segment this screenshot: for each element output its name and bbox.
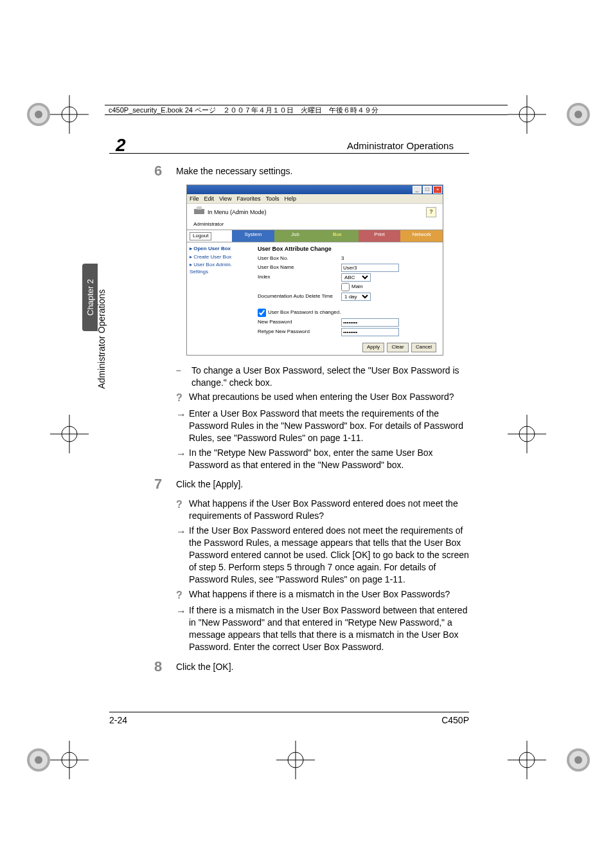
divider (109, 153, 469, 154)
menu-file[interactable]: File (190, 195, 199, 203)
question-icon (176, 391, 189, 405)
step-6-text: Make the necessary settings. (176, 164, 469, 178)
crop-mark-icon (508, 741, 546, 779)
model-label: C450P (441, 715, 469, 725)
answer-retype-password: In the "Retype New Password" box, enter … (189, 447, 469, 471)
crop-mark-icon (50, 415, 89, 453)
cancel-button[interactable]: Cancel (411, 343, 436, 352)
tab-job[interactable]: Job (274, 230, 317, 242)
select-index[interactable]: ABC (341, 273, 371, 282)
window-titlebar: _ □ × (187, 185, 443, 194)
label-user-box-no: User Box No. (258, 255, 341, 262)
page-header-bar: c450P_security_E.book 24 ページ ２００７年４月１０日 … (105, 105, 508, 115)
side-running-text: Administrator Operations (96, 289, 107, 389)
window-maximize-button[interactable]: □ (423, 186, 432, 194)
label-password-change: User Box Password is changed. (268, 309, 341, 316)
question-icon (176, 498, 189, 522)
menu-edit[interactable]: Edit (204, 195, 215, 203)
page-number: 2-24 (109, 715, 127, 725)
registration-circle (559, 741, 598, 779)
admin-label: Administrator (187, 220, 443, 230)
logout-button[interactable]: Logout (190, 232, 211, 240)
help-icon[interactable]: ? (426, 207, 436, 217)
label-auto-delete-time: Documentation Auto Delete Time (258, 293, 341, 300)
bullet-dash: – (176, 365, 191, 389)
step-number-6: 6 (154, 164, 176, 178)
step-number-8: 8 (154, 660, 176, 674)
printer-icon (193, 206, 205, 217)
browser-menubar: File Edit View Favorites Tools Help (187, 194, 443, 204)
label-index: Index (258, 274, 341, 281)
arrow-icon (176, 447, 189, 471)
panel-heading: User Box Attribute Change (258, 245, 436, 253)
tab-print[interactable]: Print (359, 230, 401, 242)
answer-new-password-rules: Enter a User Box Password that meets the… (189, 408, 469, 444)
clear-button[interactable]: Clear (387, 343, 408, 352)
label-new-password: New Password (258, 319, 341, 326)
window-minimize-button[interactable]: _ (413, 186, 422, 194)
tab-network[interactable]: Network (400, 230, 443, 242)
menu-help[interactable]: Help (284, 195, 296, 203)
crop-mark-icon (508, 415, 546, 453)
svg-point-8 (35, 756, 42, 764)
arrow-icon (176, 604, 189, 653)
screenshot-window: _ □ × File Edit View Favorites Tools Hel… (186, 185, 443, 356)
sidebar-item-open-user-box[interactable]: Open User Box (190, 245, 249, 253)
crop-mark-icon (50, 95, 89, 134)
step-8-text: Click the [OK]. (176, 660, 469, 674)
question-icon (176, 588, 189, 602)
menu-favorites[interactable]: Favorites (236, 195, 260, 203)
window-close-button[interactable]: × (433, 186, 442, 194)
menu-tools[interactable]: Tools (265, 195, 279, 203)
svg-rect-34 (197, 206, 202, 210)
crop-mark-icon (50, 741, 89, 779)
running-head: Administrator Operations (347, 140, 454, 151)
apply-button[interactable]: Apply (362, 343, 384, 352)
svg-point-11 (574, 756, 582, 764)
crop-mark-icon (508, 95, 546, 134)
sidebar-item-user-box-admin-settings[interactable]: User Box Admin. Settings (190, 261, 249, 276)
question-password-rules-fail: What happens if the User Box Password en… (189, 498, 469, 522)
select-auto-delete-time[interactable]: 1 day (341, 293, 371, 301)
menu-view[interactable]: View (219, 195, 231, 203)
registration-circle (559, 95, 598, 134)
tab-box[interactable]: Box (316, 230, 359, 242)
answer-password-mismatch: If there is a mismatch in the User Box P… (189, 604, 469, 653)
crop-mark-icon (276, 741, 315, 779)
arrow-icon (176, 525, 189, 585)
chapter-tab: Chapter 2 (82, 264, 98, 331)
svg-point-2 (35, 111, 42, 118)
checkbox-password-change[interactable] (258, 309, 266, 317)
svg-rect-33 (194, 209, 204, 214)
input-retype-new-password[interactable] (341, 328, 399, 336)
input-user-box-name[interactable] (341, 264, 399, 272)
value-user-box-no: 3 (341, 255, 344, 262)
step-number-7: 7 (154, 477, 176, 491)
sidebar-item-create-user-box[interactable]: Create User Box (190, 253, 249, 262)
tab-system[interactable]: System (232, 230, 274, 242)
label-user-box-name: User Box Name (258, 264, 341, 271)
question-precautions: What precautions be used when entering t… (189, 391, 469, 405)
label-main: Main (351, 284, 362, 291)
svg-point-5 (574, 111, 582, 118)
banner-mode-label: In Menu (Admin Mode) (208, 208, 267, 216)
question-password-mismatch: What happens if there is a mismatch in t… (189, 588, 469, 602)
checkbox-main[interactable] (341, 283, 350, 291)
step-7-text: Click the [Apply]. (176, 477, 469, 491)
input-new-password[interactable] (341, 318, 399, 327)
note-change-password-checkbox: To change a User Box Password, select th… (191, 365, 469, 389)
label-retype-new-password: Retype New Password (258, 329, 341, 336)
arrow-icon (176, 408, 189, 444)
answer-password-rules-fail: If the User Box Password entered does no… (189, 525, 469, 585)
